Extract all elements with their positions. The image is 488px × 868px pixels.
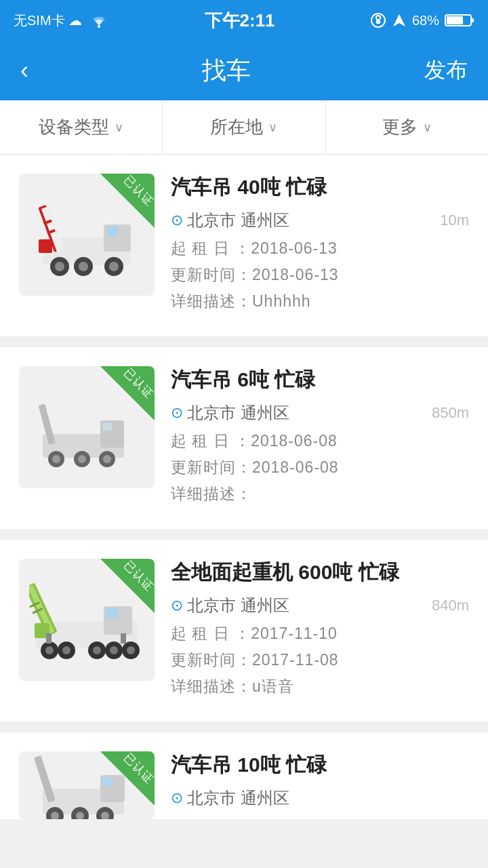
equipment-list: 已认证 汽车吊 40吨 忙碌 ⊙ 北京市 通州区 10m 起 租 日 ：2018…	[0, 155, 488, 819]
card-title-2: 汽车吊 6吨 忙碌	[171, 366, 469, 394]
svg-point-13	[55, 262, 64, 271]
card-info-4: 汽车吊 10吨 忙碌 ⊙ 北京市 通州区	[171, 751, 469, 816]
table-row[interactable]: 已认证 汽车吊 6吨 忙碌 ⊙ 北京市 通州区 850m 起 租 日 ：2018…	[0, 347, 488, 529]
status-time: 下午2:11	[205, 9, 275, 33]
svg-rect-6	[472, 18, 474, 22]
wifi-icon	[89, 13, 109, 28]
filter-location[interactable]: 所在地 ∨	[163, 100, 325, 154]
filter-more-arrow: ∨	[423, 120, 432, 135]
back-button[interactable]: ‹	[20, 56, 28, 85]
equipment-image-2: 已认证	[19, 366, 155, 488]
rent-date-value-2: 2018-06-08	[251, 432, 338, 450]
location-pin-icon-4: ⊙	[171, 789, 183, 807]
certified-ribbon-3: 已认证	[100, 559, 155, 613]
svg-point-42	[62, 646, 70, 654]
filter-equipment-arrow: ∨	[115, 120, 123, 135]
card-update-time-1: 更新时间：2018-06-13	[171, 264, 469, 285]
table-row[interactable]: 已认证 汽车吊 40吨 忙碌 ⊙ 北京市 通州区 10m 起 租 日 ：2018…	[0, 155, 488, 336]
filter-equipment-label: 设备类型	[39, 115, 109, 139]
certified-ribbon-4: 已认证	[100, 751, 155, 806]
rent-date-label-1: 起 租 日 ：	[171, 239, 251, 257]
certified-label-1: 已认证	[121, 174, 155, 210]
card-location-row-2: ⊙ 北京市 通州区 850m	[171, 402, 469, 424]
table-row[interactable]: 已认证 汽车吊 10吨 忙碌 ⊙ 北京市 通州区	[0, 732, 488, 819]
description-label-1: 详细描述：	[171, 292, 252, 310]
card-info-1: 汽车吊 40吨 忙碌 ⊙ 北京市 通州区 10m 起 租 日 ：2018-06-…	[171, 174, 469, 317]
certified-ribbon-2: 已认证	[100, 366, 155, 420]
filter-location-label: 所在地	[210, 115, 263, 139]
svg-point-28	[103, 455, 111, 463]
rent-date-label-3: 起 租 日 ：	[171, 625, 251, 642]
card-location-row-3: ⊙ 北京市 通州区 840m	[171, 595, 469, 616]
nav-bar: ‹ 找车 发布	[0, 41, 488, 100]
description-label-2: 详细描述：	[171, 485, 252, 502]
location-pin-icon-2: ⊙	[171, 404, 183, 422]
card-location-3: ⊙ 北京市 通州区	[171, 595, 289, 616]
svg-rect-9	[107, 226, 118, 236]
svg-rect-23	[102, 422, 112, 431]
card-title-4: 汽车吊 10吨 忙碌	[171, 751, 469, 779]
location-text-1: 北京市 通州区	[187, 210, 289, 231]
card-location-row-4: ⊙ 北京市 通州区	[171, 787, 469, 809]
description-value-1: Uhhhhh	[252, 292, 311, 310]
status-left: 无SIM卡 ☁	[14, 12, 109, 30]
card-distance-2: 850m	[432, 404, 469, 422]
battery-label: 68%	[412, 13, 439, 28]
card-location-2: ⊙ 北京市 通州区	[171, 402, 289, 424]
description-value-3: u语音	[252, 677, 294, 695]
svg-rect-49	[46, 633, 52, 644]
svg-point-15	[109, 262, 119, 271]
status-right: 68%	[370, 12, 474, 28]
location-arrow-icon	[392, 13, 407, 28]
card-rent-date-3: 起 租 日 ：2017-11-10	[171, 623, 469, 644]
card-update-time-3: 更新时间：2017-11-08	[171, 650, 469, 671]
card-update-time-2: 更新时间：2018-06-08	[171, 457, 469, 478]
location-text-2: 北京市 通州区	[187, 402, 289, 424]
card-description-3: 详细描述：u语音	[171, 676, 469, 697]
card-location-4: ⊙ 北京市 通州区	[171, 787, 289, 809]
svg-point-40	[45, 646, 54, 654]
status-bar: 无SIM卡 ☁ 下午2:11 68%	[0, 0, 488, 41]
filter-more[interactable]: 更多 ∨	[326, 100, 488, 154]
certified-ribbon-1: 已认证	[100, 174, 155, 228]
svg-point-0	[98, 25, 100, 28]
card-rent-date-2: 起 租 日 ：2018-06-08	[171, 431, 469, 452]
update-time-label-3: 更新时间：	[171, 651, 252, 669]
svg-point-44	[93, 646, 101, 654]
location-text-3: 北京市 通州区	[187, 595, 289, 616]
card-location-row-1: ⊙ 北京市 通州区 10m	[171, 210, 469, 231]
equipment-image-4: 已认证	[19, 751, 155, 819]
card-distance-1: 10m	[440, 212, 469, 229]
filter-equipment-type[interactable]: 设备类型 ∨	[0, 100, 163, 154]
update-time-label-1: 更新时间：	[171, 266, 252, 283]
rent-date-value-3: 2017-11-10	[251, 625, 338, 642]
svg-marker-3	[393, 14, 405, 26]
table-row[interactable]: 已认证 全地面起重机 600吨 忙碌 ⊙ 北京市 通州区 840m 起 租 日 …	[0, 540, 488, 722]
update-time-value-1: 2018-06-13	[252, 266, 339, 283]
update-time-value-2: 2018-06-08	[252, 458, 339, 476]
update-time-value-3: 2017-11-08	[252, 651, 339, 669]
rent-date-label-2: 起 租 日 ：	[171, 432, 251, 450]
card-distance-3: 840m	[432, 597, 469, 614]
battery-icon	[445, 13, 474, 28]
location-pin-icon-1: ⊙	[171, 212, 183, 229]
certified-label-3: 已认证	[121, 559, 155, 595]
svg-rect-50	[121, 633, 126, 644]
equipment-image-1: 已认证	[19, 174, 155, 296]
svg-point-30	[78, 455, 86, 463]
lock-icon	[370, 12, 386, 28]
card-location-1: ⊙ 北京市 通州区	[171, 210, 289, 231]
card-title-1: 汽车吊 40吨 忙碌	[171, 174, 469, 201]
equipment-image-3: 已认证	[19, 559, 155, 681]
update-time-label-2: 更新时间：	[171, 458, 252, 476]
filter-more-label: 更多	[382, 115, 418, 139]
svg-point-17	[79, 262, 88, 271]
card-title-3: 全地面起重机 600吨 忙碌	[171, 559, 469, 587]
card-rent-date-1: 起 租 日 ：2018-06-13	[171, 238, 469, 259]
certified-label-2: 已认证	[121, 366, 155, 402]
svg-point-46	[110, 646, 118, 654]
card-description-1: 详细描述：Uhhhhh	[171, 291, 469, 312]
publish-button[interactable]: 发布	[424, 56, 468, 85]
location-text-4: 北京市 通州区	[187, 787, 289, 809]
rent-date-value-1: 2018-06-13	[251, 239, 338, 257]
